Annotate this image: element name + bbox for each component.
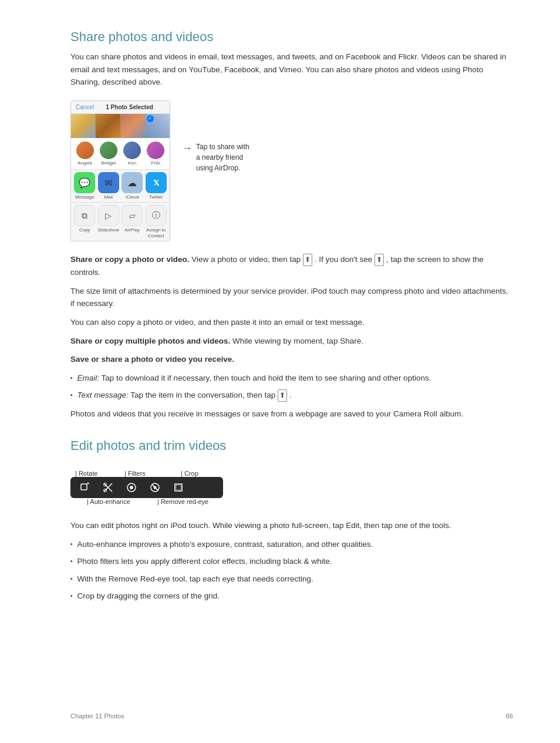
bullet-text-message: • Text message: Tap the item in the conv… bbox=[70, 389, 513, 402]
multiple-photos-para: Share or copy multiple photos and videos… bbox=[70, 335, 513, 348]
share-upload-icon-2: ⬆ bbox=[375, 254, 384, 266]
copy-icon: ⧉ bbox=[74, 205, 95, 226]
bullet-redeye: • With the Remove Red-eye tool, tap each… bbox=[70, 573, 513, 586]
bullet-crop: • Crop by dragging the corners of the gr… bbox=[70, 590, 513, 603]
receive-bullets: • Email: Tap to download it if necessary… bbox=[70, 372, 513, 402]
bullet-dot-5: • bbox=[70, 574, 73, 584]
bullet-redeye-text: With the Remove Red-eye tool, tap each e… bbox=[77, 573, 313, 586]
photo-grid bbox=[71, 114, 170, 138]
top-labels-row: | Rotate | Filters | Crop bbox=[70, 464, 235, 477]
action-label-slideshow: Slideshow bbox=[98, 227, 119, 233]
bullet-auto-enhance-text: Auto-enhance improves a photo's exposure… bbox=[77, 538, 373, 551]
action-label-airplay: AirPlay bbox=[125, 227, 140, 233]
label-auto-enhance: | Auto-enhance bbox=[87, 498, 130, 505]
share-buttons-row: 💬 Message ✉ Mail ☁ iCloud 𝕏 Twitter bbox=[71, 169, 170, 202]
screenshot-container: Cancel 1 Photo Selected Angela Bridget K… bbox=[70, 100, 513, 241]
share-btn-icloud[interactable]: ☁ iCloud bbox=[121, 172, 144, 200]
bullet-email: • Email: Tap to download it if necessary… bbox=[70, 372, 513, 385]
avatar-4 bbox=[147, 142, 164, 159]
tool-redeye[interactable] bbox=[148, 480, 162, 495]
photo-1 bbox=[71, 114, 95, 138]
multiple-photos-bold: Share or copy multiple photos and videos… bbox=[70, 337, 230, 345]
email-text: Tap to download it if necessary, then to… bbox=[102, 374, 431, 382]
avatar-2 bbox=[100, 142, 117, 159]
tool-scissors[interactable] bbox=[101, 480, 115, 495]
top-labels: | Rotate | Filters | Crop bbox=[70, 464, 235, 477]
email-italic: Email: bbox=[77, 374, 100, 382]
action-buttons-row: ⧉ Copy ▷ Slideshow ▱ AirPlay ⓘ Assign to… bbox=[71, 202, 170, 241]
tool-autoenhance[interactable] bbox=[124, 480, 139, 495]
share-copy-bold: Share or copy a photo or video. bbox=[70, 255, 190, 264]
airdrop-row: Angela Bridget Ken Fritz bbox=[71, 138, 170, 169]
bullet-email-text: Email: Tap to download it if necessary, … bbox=[77, 372, 431, 385]
action-btn-assign[interactable]: ⓘ Assign to Contact bbox=[145, 205, 168, 238]
camera-roll-para: Photos and videos that you receive in me… bbox=[70, 408, 513, 421]
message-icon: 💬 bbox=[74, 172, 95, 193]
label-remove-redeye: | Remove red-eye bbox=[157, 498, 208, 505]
airdrop-person-3[interactable]: Ken bbox=[121, 142, 144, 166]
tool-rotate[interactable] bbox=[77, 480, 92, 495]
text-message-italic: Text message: bbox=[77, 391, 129, 399]
share-btn-mail[interactable]: ✉ Mail bbox=[97, 172, 120, 200]
action-btn-slideshow[interactable]: ▷ Slideshow bbox=[97, 205, 120, 238]
airplay-icon: ▱ bbox=[122, 205, 143, 226]
bullet-crop-text: Crop by dragging the corners of the grid… bbox=[77, 590, 220, 603]
share-btn-message[interactable]: 💬 Message bbox=[73, 172, 96, 200]
airdrop-person-2[interactable]: Bridget bbox=[97, 142, 120, 166]
annotation-line: ← Tap to share with a nearby friend usin… bbox=[182, 142, 249, 173]
svg-point-9 bbox=[154, 486, 157, 489]
section1-heading: Share photos and videos bbox=[70, 29, 513, 45]
share-label-twitter: Twitter bbox=[149, 194, 163, 200]
person-name-2: Bridget bbox=[101, 160, 116, 166]
edit-tools-container: | Rotate | Filters | Crop bbox=[70, 464, 513, 510]
svg-point-6 bbox=[130, 486, 133, 489]
action-btn-airplay[interactable]: ▱ AirPlay bbox=[121, 205, 144, 238]
bottom-labels-row: | Auto-enhance | Remove red-eye bbox=[70, 498, 235, 510]
action-label-assign: Assign to Contact bbox=[145, 227, 168, 238]
edit-bullets: • Auto-enhance improves a photo's exposu… bbox=[70, 538, 513, 603]
bullet-dot-3: • bbox=[70, 540, 73, 549]
bullet-dot-1: • bbox=[70, 374, 73, 383]
bullet-dot-6: • bbox=[70, 591, 73, 601]
bullet-photo-filters-text: Photo filters lets you apply different c… bbox=[77, 555, 332, 568]
assign-icon: ⓘ bbox=[146, 205, 167, 226]
bullet-dot-2: • bbox=[70, 391, 73, 400]
photo-4 bbox=[146, 114, 170, 138]
selected-label: 1 Photo Selected bbox=[106, 104, 153, 110]
twitter-icon: 𝕏 bbox=[146, 172, 167, 193]
text-message-text2: . bbox=[289, 391, 292, 399]
toolbar-strip bbox=[70, 477, 223, 498]
svg-rect-11 bbox=[176, 485, 181, 490]
label-crop: | Crop bbox=[181, 470, 198, 477]
copy-paste-para: You can also copy a photo or video, and … bbox=[70, 316, 513, 329]
person-name-3: Ken bbox=[128, 160, 136, 166]
attachment-size-para: The size limit of attachments is determi… bbox=[70, 285, 513, 310]
bullet-dot-4: • bbox=[70, 557, 73, 566]
airdrop-person-1[interactable]: Angela bbox=[73, 142, 96, 166]
share-upload-icon-3: ⬆ bbox=[278, 389, 287, 402]
share-label-icloud: iCloud bbox=[126, 194, 139, 200]
action-btn-copy[interactable]: ⧉ Copy bbox=[73, 205, 96, 238]
avatar-3 bbox=[123, 142, 141, 159]
tool-crop[interactable] bbox=[171, 480, 185, 495]
person-name-4: Fritz bbox=[151, 160, 161, 166]
share-label-message: Message bbox=[75, 194, 94, 200]
footer-left: Chapter 11 Photos bbox=[70, 712, 124, 720]
icloud-icon: ☁ bbox=[122, 172, 143, 193]
photo-2 bbox=[96, 114, 120, 138]
footer: Chapter 11 Photos 66 bbox=[0, 712, 560, 720]
mail-icon: ✉ bbox=[98, 172, 119, 193]
airdrop-person-4[interactable]: Fritz bbox=[144, 142, 167, 166]
annotation-arrow-icon: ← bbox=[182, 140, 193, 156]
section2-heading: Edit photos and trim videos bbox=[70, 438, 513, 453]
phone-screenshot: Cancel 1 Photo Selected Angela Bridget K… bbox=[70, 100, 170, 241]
share-btn-twitter[interactable]: 𝕏 Twitter bbox=[145, 172, 168, 200]
share-copy-text2: . If you don't see bbox=[315, 255, 375, 264]
person-name-1: Angela bbox=[77, 160, 92, 166]
share-copy-para: Share or copy a photo or video. View a p… bbox=[70, 253, 513, 279]
footer-right: 66 bbox=[506, 712, 513, 720]
avatar-1 bbox=[76, 142, 94, 159]
cancel-label: Cancel bbox=[76, 104, 94, 110]
label-rotate: | Rotate bbox=[75, 470, 97, 477]
section1-intro: You can share photos and videos in email… bbox=[70, 51, 513, 89]
